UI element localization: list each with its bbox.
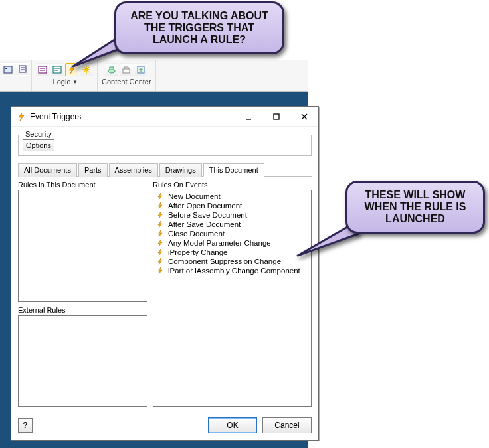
svg-marker-16 bbox=[158, 202, 162, 209]
event-label: iPart or iAssembly Change Component bbox=[168, 267, 300, 275]
event-label: Before Save Document bbox=[168, 211, 247, 219]
ilogic-button-1[interactable] bbox=[36, 63, 49, 76]
svg-marker-15 bbox=[158, 193, 162, 200]
ribbon-button-2[interactable] bbox=[16, 62, 29, 76]
event-label: New Document bbox=[168, 192, 221, 200]
lightning-icon bbox=[156, 239, 164, 247]
event-label: Component Suppression Change bbox=[168, 258, 281, 265]
svg-rect-14 bbox=[274, 114, 279, 119]
svg-marker-23 bbox=[158, 267, 162, 274]
event-item[interactable]: Component Suppression Change bbox=[155, 257, 310, 266]
ribbon-panel-label-ilogic[interactable]: iLogic▼ bbox=[51, 78, 78, 86]
rules-in-doc-list[interactable] bbox=[18, 190, 147, 302]
cancel-button[interactable]: Cancel bbox=[262, 417, 312, 433]
ribbon-leftpanel bbox=[0, 60, 32, 91]
lightning-icon bbox=[17, 112, 26, 121]
help-button[interactable]: ? bbox=[18, 418, 33, 433]
external-rules-list[interactable] bbox=[18, 315, 147, 407]
ribbon-button-1[interactable] bbox=[1, 62, 15, 76]
event-item[interactable]: After Open Document bbox=[155, 201, 310, 210]
lightning-icon bbox=[156, 192, 164, 200]
svg-rect-2 bbox=[19, 66, 26, 72]
event-triggers-dialog: Event Triggers Security Options All Docu… bbox=[11, 106, 319, 441]
lightning-icon bbox=[156, 267, 164, 275]
tab-this-document[interactable]: This Document bbox=[203, 163, 264, 177]
event-item[interactable]: Any Model Parameter Change bbox=[155, 238, 310, 248]
lightning-icon bbox=[156, 211, 164, 219]
tabs: All Documents Parts Assemblies Drawings … bbox=[18, 163, 312, 177]
tab-assemblies[interactable]: Assemblies bbox=[109, 163, 158, 177]
svg-rect-6 bbox=[53, 66, 61, 73]
chevron-down-icon: ▼ bbox=[72, 79, 78, 85]
dialog-title: Event Triggers bbox=[30, 112, 81, 121]
svg-marker-19 bbox=[158, 230, 162, 237]
tab-all-documents[interactable]: All Documents bbox=[18, 163, 77, 177]
dialog-footer: ? OK Cancel bbox=[11, 412, 318, 440]
ok-button[interactable]: OK bbox=[208, 417, 257, 433]
rules-in-doc-label: Rules in This Document bbox=[18, 181, 147, 188]
event-item[interactable]: Close Document bbox=[155, 229, 310, 238]
rules-on-events-list[interactable]: New DocumentAfter Open DocumentBefore Sa… bbox=[153, 190, 312, 407]
svg-rect-0 bbox=[4, 66, 12, 73]
ribbon: iLogic▼ Content Center bbox=[0, 60, 308, 92]
lightning-icon bbox=[156, 220, 164, 228]
cc-button-3[interactable] bbox=[134, 63, 147, 76]
svg-marker-12 bbox=[19, 113, 24, 121]
tab-parts[interactable]: Parts bbox=[78, 163, 108, 177]
lightning-icon bbox=[156, 202, 164, 210]
lightning-icon bbox=[156, 248, 164, 256]
event-label: After Open Document bbox=[168, 202, 242, 210]
event-label: Any Model Parameter Change bbox=[168, 239, 271, 247]
options-button[interactable]: Options bbox=[23, 139, 54, 151]
lightning-icon bbox=[156, 230, 164, 238]
svg-marker-21 bbox=[158, 249, 162, 256]
minimize-button[interactable] bbox=[235, 108, 262, 126]
svg-marker-18 bbox=[158, 221, 162, 228]
event-label: Close Document bbox=[168, 230, 225, 238]
event-item[interactable]: iPart or iAssembly Change Component bbox=[155, 266, 310, 275]
event-item[interactable]: Before Save Document bbox=[155, 210, 310, 220]
security-group: Security Options bbox=[18, 135, 312, 156]
event-item[interactable]: iProperty Change bbox=[155, 248, 310, 257]
maximize-button[interactable] bbox=[262, 108, 290, 126]
security-legend: Security bbox=[23, 130, 54, 138]
lightning-icon bbox=[156, 258, 164, 265]
rules-on-events-label: Rules On Events bbox=[153, 181, 312, 188]
event-label: iProperty Change bbox=[168, 248, 228, 256]
close-button[interactable] bbox=[290, 108, 318, 126]
tab-drawings[interactable]: Drawings bbox=[159, 163, 202, 177]
event-label: After Save Document bbox=[168, 220, 241, 228]
svg-marker-22 bbox=[158, 258, 162, 265]
event-item[interactable]: After Save Document bbox=[155, 220, 310, 229]
svg-rect-1 bbox=[5, 68, 7, 69]
svg-marker-17 bbox=[158, 212, 162, 218]
titlebar: Event Triggers bbox=[11, 107, 318, 127]
svg-rect-5 bbox=[39, 66, 47, 73]
external-rules-label: External Rules bbox=[18, 306, 147, 314]
event-item[interactable]: New Document bbox=[155, 192, 310, 201]
ilogic-button-2[interactable] bbox=[50, 63, 64, 76]
callout-top: ARE YOU TALKING ABOUT THE TRIGGERS THAT … bbox=[114, 1, 284, 54]
svg-marker-20 bbox=[158, 240, 162, 246]
ribbon-panel-label-cc: Content Center bbox=[102, 78, 151, 86]
callout-right: THESE WILL SHOW WHEN THE RULE IS LAUNCHE… bbox=[345, 181, 485, 234]
